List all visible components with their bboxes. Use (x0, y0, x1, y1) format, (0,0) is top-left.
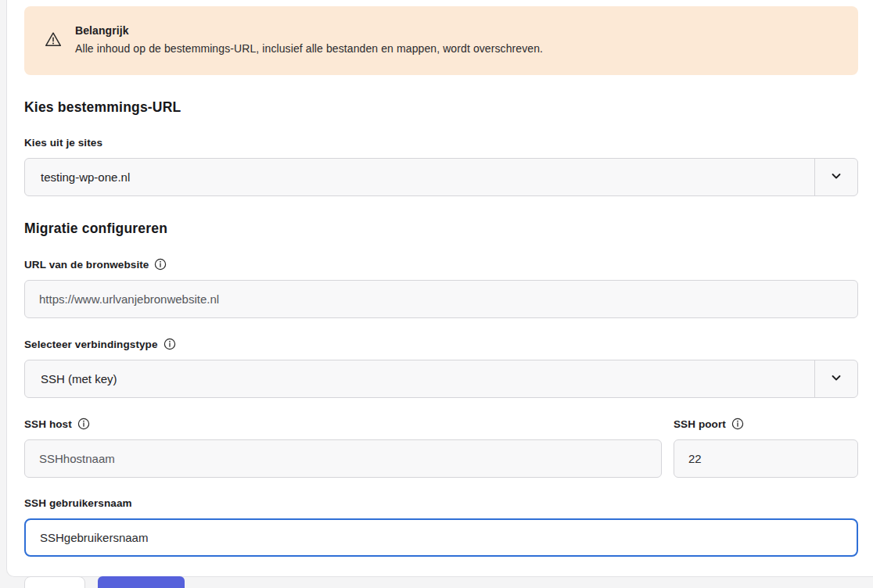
ssh-port-field-wrap (674, 439, 858, 478)
info-circle-icon[interactable] (163, 338, 176, 350)
ssh-username-input[interactable] (26, 520, 857, 555)
warning-triangle-icon (44, 30, 63, 52)
warning-banner: Belangrijk Alle inhoud op de bestemmings… (24, 6, 858, 75)
connection-type-label: Selecteer verbindingstype (24, 338, 842, 350)
source-url-field-wrap (24, 280, 858, 318)
ssh-host-input[interactable] (25, 440, 661, 477)
continue-button[interactable]: Doorgaan (98, 576, 184, 588)
info-circle-icon[interactable] (154, 258, 167, 271)
ssh-host-label: SSH host (24, 418, 662, 430)
info-circle-icon[interactable] (731, 418, 744, 430)
connection-type-label-text: Selecteer verbindingstype (24, 339, 158, 350)
site-select-label-text: Kies uit je sites (24, 137, 102, 149)
site-select-label: Kies uit je sites (24, 137, 842, 149)
source-url-label: URL van de bronwebsite (24, 258, 842, 271)
back-button[interactable]: Terug (24, 576, 85, 588)
ssh-username-label: SSH gebruikersnaam (24, 497, 842, 509)
migration-panel: Belangrijk Alle inhoud op de bestemmings… (6, 0, 873, 577)
site-select-value: testing-wp-one.nl (25, 170, 814, 184)
warning-title: Belangrijk (75, 24, 543, 37)
ssh-port-label: SSH poort (674, 418, 858, 430)
ssh-host-label-text: SSH host (24, 418, 72, 430)
warning-text-block: Belangrijk Alle inhoud op de bestemmings… (75, 24, 543, 55)
ssh-host-field-wrap (24, 439, 662, 478)
warning-message: Alle inhoud op de bestemmings-URL, inclu… (75, 42, 543, 55)
destination-heading: Kies bestemmings-URL (24, 99, 842, 116)
ssh-host-port-inputs (24, 439, 858, 478)
panel-content: Belangrijk Alle inhoud op de bestemmings… (7, 0, 858, 588)
site-select-caret[interactable] (814, 159, 857, 195)
ssh-port-input[interactable] (674, 440, 857, 477)
source-url-label-text: URL van de bronwebsite (24, 259, 149, 271)
info-circle-icon[interactable] (77, 418, 90, 430)
chevron-down-icon (830, 170, 842, 185)
migration-heading: Migratie configureren (24, 220, 842, 237)
chevron-down-icon (830, 371, 842, 387)
connection-type-select[interactable]: SSH (met key) (24, 360, 858, 398)
action-buttons: Terug Doorgaan (24, 576, 842, 588)
connection-type-caret[interactable] (814, 360, 857, 397)
ssh-username-field-wrap (24, 518, 858, 557)
ssh-port-label-text: SSH poort (674, 418, 726, 430)
ssh-host-port-labels: SSH host SSH poort (24, 418, 858, 430)
connection-type-value: SSH (met key) (25, 372, 814, 385)
source-url-input[interactable] (25, 281, 857, 317)
site-select[interactable]: testing-wp-one.nl (24, 158, 858, 196)
ssh-username-label-text: SSH gebruikersnaam (24, 497, 132, 509)
